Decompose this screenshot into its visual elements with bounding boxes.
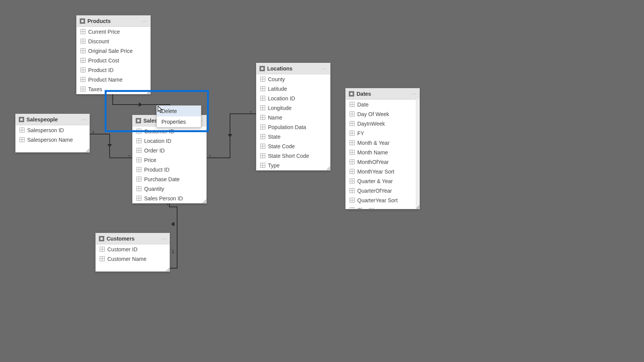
field-row[interactable]: Date: [346, 100, 419, 109]
more-options-icon[interactable]: ···: [411, 91, 416, 97]
field-row[interactable]: Order ID: [133, 146, 206, 155]
field-icon: [136, 177, 141, 182]
field-icon: [20, 128, 25, 133]
table-dates[interactable]: Dates ··· Date Day Of Week DayInWeek FY …: [345, 88, 420, 209]
field-row[interactable]: Purchase Date: [133, 174, 206, 184]
field-row[interactable]: Product Cost: [77, 56, 150, 65]
resize-handle[interactable]: [166, 267, 169, 271]
table-header[interactable]: Salespeople ···: [16, 114, 89, 125]
table-customers[interactable]: Customers ··· Customer ID Customer Name: [95, 233, 170, 272]
more-options-icon[interactable]: ···: [322, 66, 327, 71]
scrollbar[interactable]: [416, 99, 419, 209]
field-row[interactable]: Salesperson ID: [16, 125, 89, 135]
field-row[interactable]: Sales Person ID: [133, 193, 206, 203]
field-row[interactable]: Customer ID: [96, 244, 169, 254]
field-icon: [350, 188, 355, 193]
table-icon: [80, 18, 85, 24]
field-icon: [136, 148, 141, 153]
field-row[interactable]: Current Price: [77, 27, 150, 36]
field-row[interactable]: MonthYear Sort: [346, 167, 419, 176]
field-row[interactable]: DayInWeek: [346, 119, 419, 128]
arrow-icon: [228, 134, 232, 138]
resize-handle[interactable]: [326, 166, 330, 170]
more-options-icon[interactable]: ···: [142, 18, 147, 24]
menu-properties[interactable]: Properties: [157, 116, 201, 127]
field-row[interactable]: Product Name: [77, 75, 150, 84]
field-row[interactable]: Price: [133, 155, 206, 165]
table-header[interactable]: Products ···: [77, 16, 150, 27]
model-canvas[interactable]: 1 1 1 1 * * * * Products ··· Current Pri…: [0, 0, 644, 362]
field-row[interactable]: State Short Code: [256, 151, 330, 161]
field-row[interactable]: Location ID: [256, 93, 330, 103]
field-row[interactable]: Longitude: [256, 103, 330, 113]
field-icon: [350, 169, 355, 174]
field-row[interactable]: Quantity: [133, 184, 206, 193]
table-locations[interactable]: Locations ··· County Latitude Location I…: [256, 63, 330, 170]
field-icon: [350, 111, 355, 116]
field-icon: [350, 140, 355, 145]
table-icon: [260, 66, 265, 71]
field-row[interactable]: Product ID: [133, 165, 206, 174]
table-products[interactable]: Products ··· Current Price Discount Orig…: [76, 15, 151, 94]
field-row[interactable]: FY: [346, 128, 419, 138]
resize-handle[interactable]: [416, 205, 419, 209]
field-row[interactable]: County: [256, 74, 330, 84]
field-row[interactable]: Discount: [77, 36, 150, 46]
field-icon: [260, 86, 265, 91]
field-row[interactable]: Month Name: [346, 147, 419, 157]
table-icon: [19, 117, 24, 122]
field-icon: [136, 157, 141, 162]
field-icon: [260, 105, 265, 110]
field-icon: [350, 207, 355, 209]
field-row[interactable]: Quarter & Year: [346, 176, 419, 186]
field-icon: [80, 77, 85, 82]
field-icon: [80, 29, 85, 34]
field-row[interactable]: Customer Name: [96, 254, 169, 264]
arrow-icon: [171, 222, 174, 226]
field-row[interactable]: State Code: [256, 141, 330, 151]
resize-handle[interactable]: [202, 199, 206, 203]
field-icon: [350, 131, 355, 136]
field-icon: [350, 198, 355, 203]
field-row[interactable]: Product ID: [77, 65, 150, 75]
table-salespeople[interactable]: Salespeople ··· Salesperson ID Salespers…: [15, 114, 90, 152]
field-icon: [136, 196, 141, 201]
field-row[interactable]: QuarterOfYear: [346, 186, 419, 195]
field-row[interactable]: Month & Year: [346, 138, 419, 147]
field-row[interactable]: Name: [256, 113, 330, 122]
field-row[interactable]: State: [256, 132, 330, 141]
more-options-icon[interactable]: ···: [81, 117, 86, 122]
table-header[interactable]: Customers ···: [96, 233, 169, 244]
field-icon: [260, 134, 265, 139]
field-row[interactable]: MonthOfYear: [346, 157, 419, 167]
field-icon: [80, 58, 85, 63]
field-icon: [20, 137, 25, 142]
field-icon: [136, 167, 141, 172]
field-row[interactable]: Type: [256, 161, 330, 170]
field-row[interactable]: Salesperson Name: [16, 135, 89, 144]
context-menu[interactable]: Delete Properties: [156, 105, 201, 128]
table-header[interactable]: Locations ···: [256, 63, 330, 74]
field-icon: [80, 39, 85, 44]
field-row[interactable]: Location ID: [133, 136, 206, 146]
field-row[interactable]: Population Data: [256, 122, 330, 132]
field-icon: [260, 96, 265, 101]
field-icon: [80, 48, 85, 53]
menu-delete[interactable]: Delete: [157, 106, 201, 116]
resize-handle[interactable]: [85, 148, 89, 152]
cardinality-one: 1: [92, 130, 95, 136]
field-icon: [100, 247, 105, 252]
table-title: Products: [87, 18, 111, 24]
field-row[interactable]: Original Sale Price: [77, 46, 150, 56]
table-title: Locations: [267, 66, 292, 72]
field-icon: [260, 144, 265, 149]
field-row[interactable]: ShortYear: [346, 205, 419, 209]
more-options-icon[interactable]: ···: [161, 236, 166, 241]
field-row[interactable]: Latitude: [256, 84, 330, 93]
field-icon: [260, 124, 265, 129]
field-icon: [80, 87, 85, 92]
table-header[interactable]: Dates ···: [346, 88, 419, 100]
field-icon: [136, 186, 141, 191]
field-row[interactable]: QuarterYear Sort: [346, 195, 419, 205]
field-row[interactable]: Day Of Week: [346, 109, 419, 119]
